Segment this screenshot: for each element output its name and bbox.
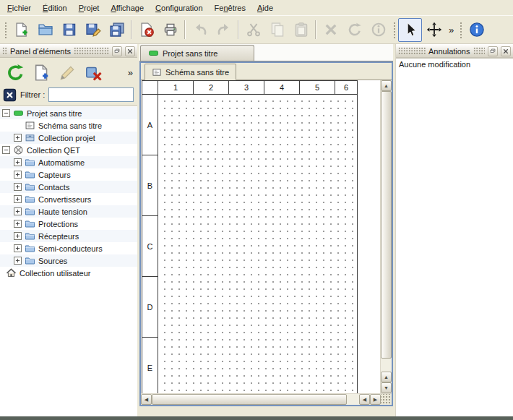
tree-item-convertisseurs[interactable]: Convertisseurs <box>0 193 137 205</box>
expand-expander-icon[interactable] <box>14 171 22 179</box>
redo-button <box>212 18 236 42</box>
save-as-button[interactable] <box>81 18 105 42</box>
delete-element-button[interactable] <box>80 59 106 85</box>
tree-item-project[interactable]: Projet sans titre <box>0 107 137 119</box>
expand-expander-icon[interactable] <box>14 207 22 215</box>
menu-configuration[interactable]: Configuration <box>150 0 208 15</box>
menu-projet[interactable]: Projet <box>73 0 105 15</box>
menu-bar: Fichier Édition Projet Affichage Configu… <box>0 0 513 15</box>
tab-projet-sans-titre[interactable]: Projet sans titre <box>140 45 254 61</box>
tree-item-label: Automatisme <box>38 158 85 167</box>
close-panel-button[interactable] <box>501 46 511 56</box>
dock-grip-handle[interactable] <box>74 47 109 55</box>
scroll-track[interactable] <box>347 394 359 405</box>
toolbar-grip[interactable] <box>459 21 462 38</box>
save-button[interactable] <box>57 18 81 42</box>
copy-pages-icon <box>270 22 285 38</box>
about-info-icon <box>469 22 485 38</box>
resize-grip[interactable] <box>381 394 392 405</box>
diagram-paper: 1 2 3 4 5 6 A B C <box>142 80 358 393</box>
dock-grip-handle[interactable] <box>2 47 7 55</box>
toolbar-grip[interactable] <box>392 21 396 38</box>
filter-input[interactable] <box>48 87 134 102</box>
reload-collections-button[interactable] <box>2 59 28 85</box>
close-project-button[interactable] <box>134 18 158 42</box>
dock-grip-handle[interactable] <box>398 47 426 55</box>
new-project-button[interactable] <box>9 18 33 42</box>
menu-edition[interactable]: Édition <box>37 0 73 15</box>
vertical-scrollbar[interactable]: ▲ ▲ ▼ <box>380 80 392 393</box>
menu-fenetres[interactable]: Fenêtres <box>209 0 251 15</box>
tree-item-protections[interactable]: Protections <box>0 218 137 230</box>
right-arrow-icon: ▶ <box>374 397 377 402</box>
collapse-expander-icon[interactable] <box>2 146 10 154</box>
tree-item-sources[interactable]: Sources <box>0 254 137 267</box>
vertical-scroll-thumb[interactable] <box>381 91 392 359</box>
expand-expander-icon[interactable] <box>14 183 22 191</box>
scroll-track[interactable] <box>381 359 392 372</box>
schema-icon <box>152 67 162 77</box>
horizontal-scroll-thumb[interactable] <box>152 394 347 405</box>
expand-expander-icon[interactable] <box>14 134 22 142</box>
move-tool-button[interactable] <box>422 18 446 42</box>
close-panel-button[interactable] <box>125 46 135 56</box>
scroll-left-button[interactable]: ◀ <box>141 394 152 405</box>
row-label: E <box>142 338 158 393</box>
float-panel-button[interactable] <box>112 46 122 56</box>
new-element-button[interactable] <box>28 59 54 85</box>
select-tool-button[interactable] <box>398 18 422 42</box>
expand-expander-icon[interactable] <box>14 195 22 203</box>
column-label: 1 <box>158 81 194 94</box>
scroll-up-button[interactable]: ▲ <box>381 80 392 91</box>
horizontal-scrollbar[interactable]: ◀ ◀ ▶ <box>141 394 381 405</box>
menu-affichage[interactable]: Affichage <box>105 0 150 15</box>
tree-item-schema[interactable]: Schéma sans titre <box>0 119 137 132</box>
collapse-expander-icon[interactable] <box>2 109 10 117</box>
tree-item-automatisme[interactable]: Automatisme <box>0 156 137 168</box>
folder-icon <box>25 157 35 168</box>
clear-filter-button[interactable] <box>3 88 17 102</box>
toolbar-overflow-button[interactable]: » <box>446 25 457 35</box>
schematic-canvas[interactable] <box>158 95 357 393</box>
float-panel-button[interactable] <box>488 46 498 56</box>
menu-fichier[interactable]: Fichier <box>1 0 37 15</box>
diagram-viewport: 1 2 3 4 5 6 A B C <box>141 80 392 393</box>
panel-overflow-button[interactable]: » <box>128 67 135 78</box>
tree-item-collection-utilisateur[interactable]: Collection utilisateur <box>0 267 137 279</box>
window-bottom-edge <box>0 416 513 420</box>
expand-expander-icon[interactable] <box>14 232 22 240</box>
save-all-button[interactable] <box>105 18 129 42</box>
diagram-view[interactable]: 1 2 3 4 5 6 A B C <box>141 80 380 393</box>
tree-item-label: Contacts <box>38 183 69 192</box>
scroll-down-button[interactable]: ▼ <box>381 382 392 393</box>
print-button[interactable] <box>158 18 182 42</box>
tree-item-recepteurs[interactable]: Récepteurs <box>0 230 137 242</box>
project-window: Schéma sans titre 1 2 3 4 5 <box>139 61 393 406</box>
schema-tab-label: Schéma sans titre <box>165 68 229 77</box>
tree-item-label: Convertisseurs <box>38 195 91 204</box>
tree-item-collection-qet[interactable]: Collection QET <box>0 144 137 156</box>
about-button[interactable] <box>465 18 488 42</box>
expand-expander-icon[interactable] <box>14 257 22 265</box>
expand-expander-icon[interactable] <box>14 244 22 252</box>
tree-item-collection-projet[interactable]: Collection projet <box>0 132 137 144</box>
dock-grip-handle[interactable] <box>473 47 486 55</box>
scroll-up-button-bottom[interactable]: ▲ <box>381 372 392 382</box>
paper-body: A B C D E <box>142 95 357 393</box>
tab-schema-sans-titre[interactable]: Schéma sans titre <box>145 64 236 80</box>
undo-history-item[interactable]: Aucune modification <box>396 59 513 70</box>
tree-item-haute-tension[interactable]: Haute tension <box>0 205 137 218</box>
column-label: 3 <box>229 81 264 94</box>
scroll-right-button[interactable]: ▶ <box>370 394 381 405</box>
menu-aide[interactable]: Aide <box>251 0 279 15</box>
toolbar-grip[interactable] <box>4 21 7 38</box>
tree-item-semi-conducteurs[interactable]: Semi-conducteurs <box>0 242 137 254</box>
expand-expander-icon[interactable] <box>14 220 22 228</box>
expand-expander-icon[interactable] <box>14 158 22 166</box>
open-project-button[interactable] <box>33 18 57 42</box>
folder-icon <box>25 194 35 205</box>
scroll-left-button-right[interactable]: ◀ <box>359 394 370 405</box>
folder-icon <box>25 169 35 180</box>
tree-item-contacts[interactable]: Contacts <box>0 181 137 193</box>
tree-item-capteurs[interactable]: Capteurs <box>0 168 137 181</box>
